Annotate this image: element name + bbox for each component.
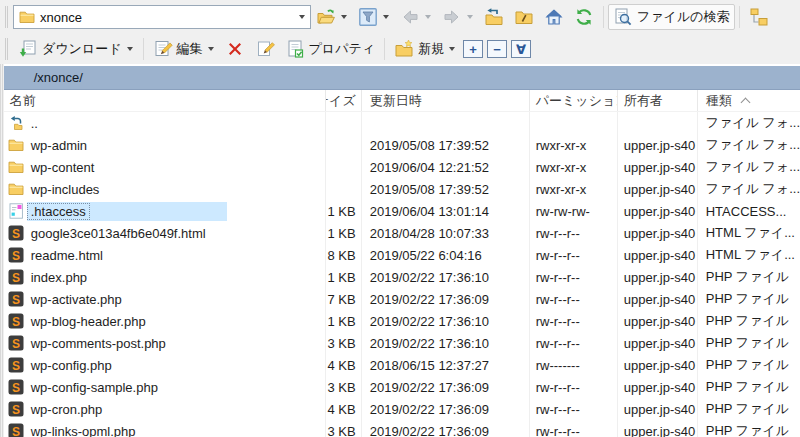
file-size: 4 KB [326,354,362,376]
file-owner: upper.jp-s40 [618,200,698,222]
file-name-cell[interactable]: index.php [27,268,91,287]
file-permissions: rw-r--r-- [530,376,618,398]
folder-icon [8,137,24,153]
file-name: wp-links-opml.php [27,423,140,437]
file-permissions: rw------- [530,354,618,376]
home-directory-button[interactable] [539,4,569,30]
open-directory-dropdown-icon[interactable] [341,15,347,19]
address-value[interactable]: xnonce [40,10,293,25]
root-directory-button[interactable] [509,4,539,30]
file-row[interactable]: .htaccess 1 KB 2019/06/04 13:01:14 rw-rw… [4,200,800,222]
address-combobox[interactable]: xnonce [13,5,311,29]
new-folder-icon [394,39,414,59]
file-row[interactable]: S wp-blog-header.php 1 KB 2019/02/22 17:… [4,310,800,332]
file-row[interactable]: wp-content 2019/06/04 12:21:52 rwxr-xr-x… [4,156,800,178]
file-row[interactable]: S readme.html 8 KB 2019/05/22 6:04:16 rw… [4,244,800,266]
filter-dropdown-icon[interactable] [383,15,389,19]
file-name: wp-config.php [27,357,116,374]
column-header-type[interactable]: 種類 [698,90,800,111]
edit-button[interactable]: 編集 [148,36,220,62]
file-name-cell[interactable]: wp-includes [27,180,104,199]
column-header-permissions[interactable]: パーミッション [530,90,618,111]
file-row[interactable]: S wp-links-opml.php 3 KB 2019/02/22 17:3… [4,420,800,437]
file-owner: upper.jp-s40 [618,332,698,354]
file-icon: S [8,379,24,395]
file-name-cell[interactable]: google3ce013a4fb6e049f.html [27,224,210,243]
file-name-cell[interactable]: wp-links-opml.php [27,422,140,437]
column-header-modified[interactable]: 更新日時 [362,90,530,111]
path-bar[interactable]: /xnonce/ [4,66,800,90]
edit-dropdown-icon[interactable] [208,47,214,51]
download-label: ダウンロード [42,40,122,58]
file-row[interactable]: S wp-config.php 4 KB 2018/06/15 12:37:27… [4,354,800,376]
file-name-cell[interactable]: wp-cron.php [27,400,107,419]
file-name: wp-activate.php [27,291,126,308]
file-owner: upper.jp-s40 [618,288,698,310]
select-files-button[interactable]: + [463,40,483,58]
file-owner: upper.jp-s40 [618,222,698,244]
file-icon: S [8,313,24,329]
svg-text:S: S [12,315,20,329]
toolbar-gripper[interactable] [5,38,8,60]
invert-selection-button[interactable]: ∀ [511,40,531,58]
file-modified [362,112,530,134]
download-icon [18,39,38,59]
download-button[interactable]: ダウンロード [13,36,139,62]
file-modified: 2019/02/22 17:36:10 [362,332,530,354]
file-name-cell[interactable]: readme.html [27,246,107,265]
file-row[interactable]: wp-includes 2019/05/08 17:39:52 rwxr-xr-… [4,178,800,200]
file-type: PHP ファイル [698,376,800,398]
properties-button[interactable]: プロパティ [280,36,381,62]
svg-text:S: S [12,271,20,285]
file-name-cell[interactable]: wp-config.php [27,356,116,375]
file-list-header: 名前 サイズ 更新日時 パーミッション 所有者 種類 [4,90,800,112]
new-dropdown-icon[interactable] [449,47,455,51]
file-type: PHP ファイル [698,310,800,332]
file-row[interactable]: S wp-activate.php 7 KB 2019/02/22 17:36:… [4,288,800,310]
file-owner: upper.jp-s40 [618,266,698,288]
open-directory-button[interactable] [311,4,353,30]
file-row[interactable]: S wp-config-sample.php 3 KB 2019/02/22 1… [4,376,800,398]
file-row[interactable]: .. ファイル フォ... [4,112,800,134]
file-type: ファイル フォ... [698,134,800,156]
rename-button[interactable] [250,36,280,62]
file-name-cell[interactable]: wp-comments-post.php [27,334,170,353]
file-name-cell[interactable]: wp-blog-header.php [27,312,150,331]
file-type: HTACCESS... [698,200,800,222]
file-name-cell[interactable]: .htaccess [27,202,227,221]
download-dropdown-icon[interactable] [127,47,133,51]
file-row[interactable]: S wp-comments-post.php 3 KB 2019/02/22 1… [4,332,800,354]
back-dropdown-icon[interactable] [425,15,431,19]
file-name-cell[interactable]: .. [27,114,42,133]
new-label: 新規 [418,40,444,58]
forward-button[interactable] [437,4,479,30]
column-header-name[interactable]: 名前 [4,90,326,111]
column-header-size[interactable]: サイズ [326,90,362,111]
back-button[interactable] [395,4,437,30]
file-name: .. [27,115,42,132]
directory-tree-button[interactable] [744,4,774,30]
filter-icon [358,7,378,27]
file-name-cell[interactable]: wp-content [27,158,99,177]
column-header-owner[interactable]: 所有者 [618,90,698,111]
file-name-cell[interactable]: wp-admin [27,136,91,155]
filter-button[interactable] [353,4,395,30]
address-dropdown-icon[interactable] [299,15,305,19]
file-row[interactable]: S index.php 1 KB 2019/02/22 17:36:10 rw-… [4,266,800,288]
forward-dropdown-icon[interactable] [467,15,473,19]
file-row[interactable]: S wp-cron.php 4 KB 2019/02/22 17:36:09 r… [4,398,800,420]
edit-label: 編集 [177,40,203,58]
parent-directory-button[interactable] [479,4,509,30]
refresh-button[interactable] [569,4,599,30]
delete-button[interactable] [220,36,250,62]
new-button[interactable]: 新規 [389,36,461,62]
file-row[interactable]: S google3ce013a4fb6e049f.html 1 KB 2018/… [4,222,800,244]
file-row[interactable]: wp-admin 2019/05/08 17:39:52 rwxr-xr-x u… [4,134,800,156]
find-files-button[interactable]: ファイルの検索 [608,4,735,30]
find-files-label: ファイルの検索 [637,8,730,26]
file-name: wp-comments-post.php [27,335,170,352]
file-name-cell[interactable]: wp-config-sample.php [27,378,162,397]
unselect-files-button[interactable]: − [487,40,507,58]
file-name-cell[interactable]: wp-activate.php [27,290,126,309]
toolbar-gripper[interactable] [5,6,8,28]
